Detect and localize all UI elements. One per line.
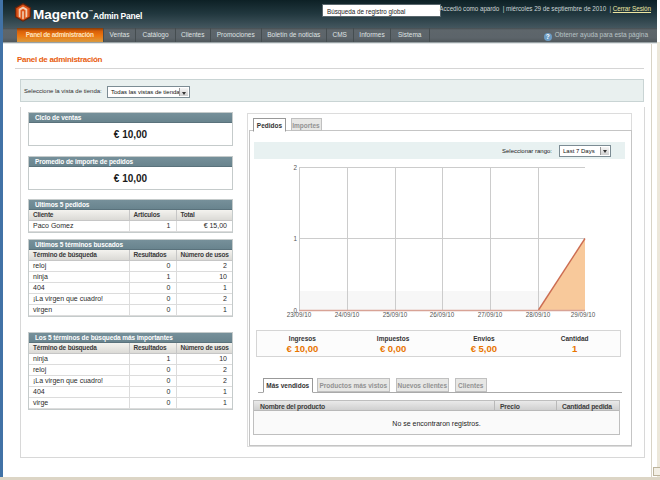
svg-text:29/09/10: 29/09/10 [571,311,596,318]
svg-text:25/09/10: 25/09/10 [383,311,408,318]
svg-text:27/09/10: 27/09/10 [478,311,503,318]
svg-text:24/09/10: 24/09/10 [335,311,360,318]
svg-text:26/09/10: 26/09/10 [430,311,455,318]
svg-text:23/09/10: 23/09/10 [287,311,312,318]
svg-text:28/09/10: 28/09/10 [526,311,551,318]
svg-text:1: 1 [293,235,297,242]
svg-text:2: 2 [293,164,297,171]
